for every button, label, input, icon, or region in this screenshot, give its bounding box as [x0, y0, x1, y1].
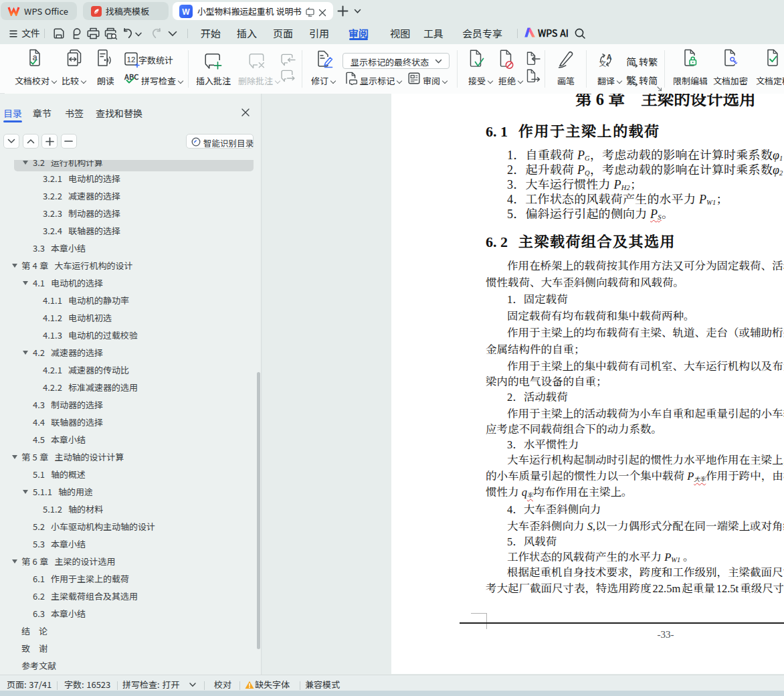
svg-text:12: 12: [127, 56, 136, 64]
svg-text:A: A: [607, 53, 612, 61]
svg-text:文: 文: [599, 58, 607, 67]
svg-text:W: W: [182, 7, 190, 16]
